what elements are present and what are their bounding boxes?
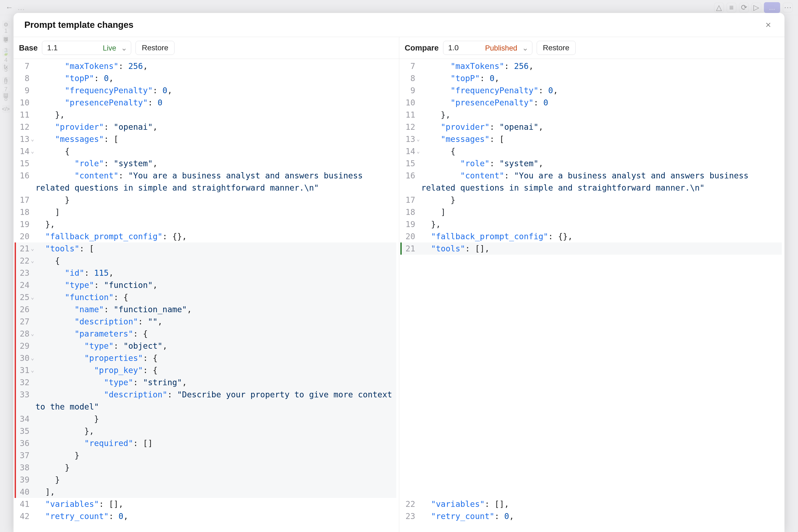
line-number: 27: [16, 316, 30, 328]
fold-icon: [30, 279, 35, 291]
code-content: }: [35, 461, 396, 474]
code-row: 31⌄ "prop_key": {: [15, 364, 396, 376]
line-number: 42: [16, 510, 30, 522]
code-row: 14⌄ {: [400, 145, 782, 157]
fold-icon: [416, 218, 421, 230]
code-content: "function": {: [35, 291, 396, 303]
fold-icon: [30, 303, 35, 316]
blank-row: [400, 449, 782, 461]
fold-icon[interactable]: ⌄: [30, 243, 35, 255]
fold-icon[interactable]: ⌄: [416, 145, 421, 157]
line-number: 7: [16, 60, 30, 72]
fold-icon[interactable]: ⌄: [30, 291, 35, 303]
line-number: 36: [16, 437, 30, 449]
fold-icon: [30, 230, 35, 243]
line-number: 18: [402, 206, 416, 218]
line-number: 24: [16, 279, 30, 291]
compare-restore-button[interactable]: Restore: [537, 41, 576, 55]
back-icon[interactable]: ←: [5, 3, 13, 12]
fold-icon: [30, 376, 35, 388]
toolbar-icon-1[interactable]: △: [714, 3, 724, 13]
compare-code: 7 "maxTokens": 256,8 "topP": 0,9 "freque…: [399, 59, 784, 532]
fold-icon: [416, 109, 421, 121]
primary-action-button[interactable]: …: [764, 2, 780, 13]
fold-icon: [30, 157, 35, 170]
fold-icon: [30, 121, 35, 133]
blank-row: [400, 413, 782, 425]
fold-icon[interactable]: ⌄: [30, 352, 35, 364]
blank-row: [400, 437, 782, 449]
code-content: "content": "You are a business analyst a…: [35, 170, 396, 194]
line-number: 9: [16, 84, 30, 96]
fold-icon: [30, 437, 35, 449]
toolbar-icon-2[interactable]: ≡: [727, 3, 736, 13]
fold-icon[interactable]: ⌄: [30, 328, 35, 340]
fold-icon[interactable]: ⌄: [30, 255, 35, 267]
line-number: 22: [402, 498, 416, 510]
code-content: },: [421, 109, 782, 121]
compare-pane[interactable]: 7 "maxTokens": 256,8 "topP": 0,9 "freque…: [399, 59, 784, 532]
blank-row: [400, 267, 782, 279]
blank-row: [400, 474, 782, 486]
line-number: 29: [16, 340, 30, 352]
code-content: "presencePenalty": 0: [35, 96, 396, 109]
code-content: }: [35, 449, 396, 461]
code-row: 28⌄ "parameters": {: [15, 328, 396, 340]
code-row: 16 "content": "You are a business analys…: [15, 170, 396, 194]
code-row: 22 "variables": [],: [400, 498, 782, 510]
fold-icon: [416, 157, 421, 170]
fold-icon[interactable]: ⌄: [30, 133, 35, 145]
line-number: 8: [402, 72, 416, 84]
code-content: }: [421, 194, 782, 206]
code-content: "maxTokens": 256,: [35, 60, 396, 72]
code-content: "frequencyPenalty": 0,: [421, 84, 782, 96]
chevron-down-icon: ⌄: [522, 44, 528, 52]
code-content: "retry_count": 0,: [421, 510, 782, 522]
code-row: 21⌄ "tools": [: [15, 243, 396, 255]
code-row: 9 "frequencyPenalty": 0,: [400, 84, 782, 96]
code-content: }: [35, 474, 396, 486]
overflow-icon[interactable]: ⋯: [783, 3, 793, 13]
fold-icon: [30, 486, 35, 498]
line-number: 12: [402, 121, 416, 133]
line-number: 20: [16, 230, 30, 243]
fold-icon[interactable]: ⌄: [30, 364, 35, 376]
line-number: 41: [16, 498, 30, 510]
fold-icon: [30, 510, 35, 522]
code-content: "messages": [: [421, 133, 782, 145]
toolbar-icon-3[interactable]: ⟳: [739, 3, 749, 13]
breadcrumb: …: [17, 3, 25, 12]
fold-icon: [30, 72, 35, 84]
base-pane[interactable]: 7 "maxTokens": 256,8 "topP": 0,9 "freque…: [14, 59, 399, 532]
blank-row: [400, 279, 782, 291]
toolbar-icon-4[interactable]: ▷: [751, 3, 761, 13]
blank-row: [400, 376, 782, 388]
sidebar-icon-7[interactable]: </>: [2, 105, 10, 113]
fold-icon: [30, 96, 35, 109]
line-number: 13: [16, 133, 30, 145]
code-row: 10 "presencePenalty": 0: [400, 96, 782, 109]
blank-row: [400, 303, 782, 316]
base-label: Base: [19, 43, 38, 53]
line-number: 40: [16, 486, 30, 498]
base-version-status: Live: [103, 44, 116, 52]
code-row: 42 "retry_count": 0,: [15, 510, 396, 522]
fold-icon[interactable]: ⌄: [30, 145, 35, 157]
modal-title: Prompt template changes: [24, 20, 133, 30]
code-row: 36 "required": []: [15, 437, 396, 449]
base-version-select[interactable]: 1.1 Live ⌄: [42, 41, 131, 55]
fold-icon: [416, 121, 421, 133]
code-row: 30⌄ "properties": {: [15, 352, 396, 364]
code-content: "type": "object",: [35, 340, 396, 352]
base-restore-button[interactable]: Restore: [135, 41, 174, 55]
close-button[interactable]: [763, 19, 774, 30]
fold-icon: [30, 474, 35, 486]
line-number: 28: [16, 328, 30, 340]
code-row: 18 ]: [400, 206, 782, 218]
version-toolbar: Base 1.1 Live ⌄ Restore Compare 1.0 Publ…: [14, 37, 784, 59]
compare-version-select[interactable]: 1.0 Published ⌄: [443, 41, 532, 55]
code-content: },: [35, 425, 396, 437]
fold-icon[interactable]: ⌄: [416, 133, 421, 145]
compare-version-status: Published: [485, 44, 517, 52]
blank-row: [400, 388, 782, 401]
